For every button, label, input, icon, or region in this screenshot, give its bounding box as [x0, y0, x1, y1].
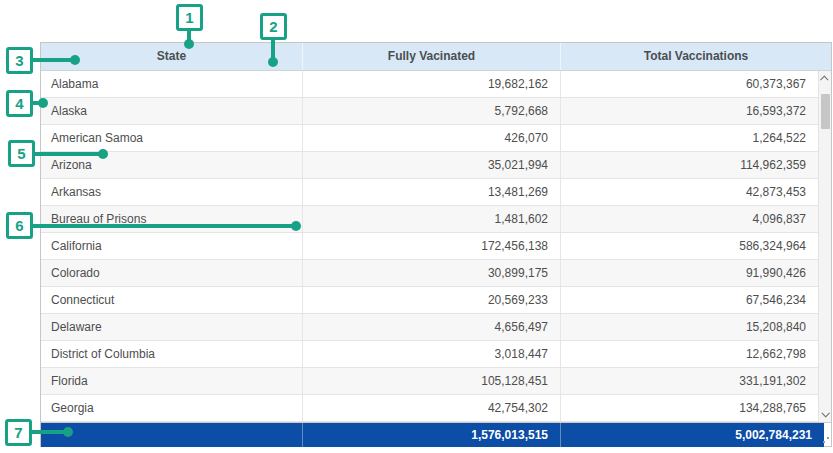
cell-fully-vaccinated: 172,456,138: [303, 233, 561, 259]
table-row[interactable]: Georgia42,754,302134,288,765: [41, 395, 818, 422]
callout-anchor-dot: [268, 57, 278, 67]
cell-state: American Samoa: [41, 125, 303, 151]
cell-state: Bureau of Prisons: [41, 206, 303, 232]
callout-number-box: 4: [6, 90, 33, 117]
cell-total-vaccinations: 91,990,426: [561, 260, 818, 286]
table-row[interactable]: District of Columbia3,018,44712,662,798: [41, 341, 818, 368]
callout-anchor-dot: [63, 427, 73, 437]
cell-state: Alaska: [41, 98, 303, 124]
table-row[interactable]: Florida105,128,451331,191,302: [41, 368, 818, 395]
table-body: Alabama19,682,16260,373,367Alaska5,792,6…: [41, 71, 818, 422]
callout-leader-line: [32, 224, 296, 228]
callout-number-box: 6: [6, 212, 33, 239]
cell-total-vaccinations: 12,662,798: [561, 341, 818, 367]
column-header-state[interactable]: State: [41, 43, 303, 70]
cell-fully-vaccinated: 1,481,602: [303, 206, 561, 232]
column-header-total-vaccinations[interactable]: Total Vaccinations: [561, 43, 831, 70]
resize-grip-icon[interactable]: [822, 437, 829, 444]
cell-total-vaccinations: 586,324,964: [561, 233, 818, 259]
cell-fully-vaccinated: 426,070: [303, 125, 561, 151]
table-row[interactable]: Arkansas13,481,26942,873,453: [41, 179, 818, 206]
callout-number-box: 7: [5, 419, 32, 446]
vertical-scrollbar[interactable]: [818, 71, 831, 422]
scrollbar-thumb[interactable]: [821, 94, 830, 129]
cell-fully-vaccinated: 30,899,175: [303, 260, 561, 286]
cell-fully-vaccinated: 3,018,447: [303, 341, 561, 367]
total-cell-state: [41, 423, 303, 447]
callout-anchor-dot: [291, 221, 301, 231]
total-cell-total-vaccinations: 5,002,784,231: [561, 423, 824, 447]
callout-anchor-dot: [70, 55, 80, 65]
cell-state: Connecticut: [41, 287, 303, 313]
total-row: 1,576,013,515 5,002,784,231: [41, 423, 824, 447]
table-row[interactable]: Arizona35,021,994114,962,359: [41, 152, 818, 179]
cell-total-vaccinations: 67,546,234: [561, 287, 818, 313]
cell-fully-vaccinated: 19,682,162: [303, 71, 561, 97]
total-cell-fully-vaccinated: 1,576,013,515: [303, 423, 561, 447]
callout-number-box: 5: [8, 140, 35, 167]
cell-total-vaccinations: 42,873,453: [561, 179, 818, 205]
cell-state: Delaware: [41, 314, 303, 340]
scrollbar-down-arrow[interactable]: [819, 407, 831, 421]
callout-anchor-dot: [38, 98, 48, 108]
cell-state: Alabama: [41, 71, 303, 97]
callout-leader-line: [34, 152, 103, 156]
cell-fully-vaccinated: 13,481,269: [303, 179, 561, 205]
cell-total-vaccinations: 4,096,837: [561, 206, 818, 232]
callout-number-box: 1: [176, 4, 203, 31]
cell-total-vaccinations: 114,962,359: [561, 152, 818, 178]
chevron-up-icon: [820, 75, 828, 83]
table-header-row: State Fully Vacinated Total Vaccinations: [41, 43, 831, 71]
table-row[interactable]: American Samoa426,0701,264,522: [41, 125, 818, 152]
callout-anchor-dot: [98, 149, 108, 159]
cell-total-vaccinations: 60,373,367: [561, 71, 818, 97]
cell-fully-vaccinated: 5,792,668: [303, 98, 561, 124]
callout-anchor-dot: [184, 39, 194, 49]
cell-state: Georgia: [41, 395, 303, 421]
column-header-fully-vaccinated[interactable]: Fully Vacinated: [303, 43, 561, 70]
cell-state: California: [41, 233, 303, 259]
table-row[interactable]: Alabama19,682,16260,373,367: [41, 71, 818, 98]
table-row[interactable]: Delaware4,656,49715,208,840: [41, 314, 818, 341]
chevron-down-icon: [821, 409, 829, 417]
cell-total-vaccinations: 134,288,765: [561, 395, 818, 421]
cell-total-vaccinations: 15,208,840: [561, 314, 818, 340]
cell-total-vaccinations: 16,593,372: [561, 98, 818, 124]
callout-number-box: 3: [6, 47, 33, 74]
cell-total-vaccinations: 331,191,302: [561, 368, 818, 394]
cell-fully-vaccinated: 35,021,994: [303, 152, 561, 178]
cell-fully-vaccinated: 105,128,451: [303, 368, 561, 394]
callout-number-box: 2: [260, 13, 287, 40]
cell-state: District of Columbia: [41, 341, 303, 367]
table-row[interactable]: California172,456,138586,324,964: [41, 233, 818, 260]
scrollbar-up-arrow[interactable]: [819, 72, 831, 86]
cell-state: Arkansas: [41, 179, 303, 205]
cell-state: Colorado: [41, 260, 303, 286]
cell-total-vaccinations: 1,264,522: [561, 125, 818, 151]
table-row[interactable]: Connecticut20,569,23367,546,234: [41, 287, 818, 314]
cell-fully-vaccinated: 20,569,233: [303, 287, 561, 313]
table-row[interactable]: Colorado30,899,17591,990,426: [41, 260, 818, 287]
cell-fully-vaccinated: 42,754,302: [303, 395, 561, 421]
cell-state: Florida: [41, 368, 303, 394]
vaccinations-table: State Fully Vacinated Total Vaccinations…: [40, 42, 832, 447]
cell-fully-vaccinated: 4,656,497: [303, 314, 561, 340]
callout-leader-line: [32, 58, 75, 62]
table-row[interactable]: Alaska5,792,66816,593,372: [41, 98, 818, 125]
table-row[interactable]: Bureau of Prisons1,481,6024,096,837: [41, 206, 818, 233]
vaccination-table-page: State Fully Vacinated Total Vaccinations…: [0, 0, 833, 453]
